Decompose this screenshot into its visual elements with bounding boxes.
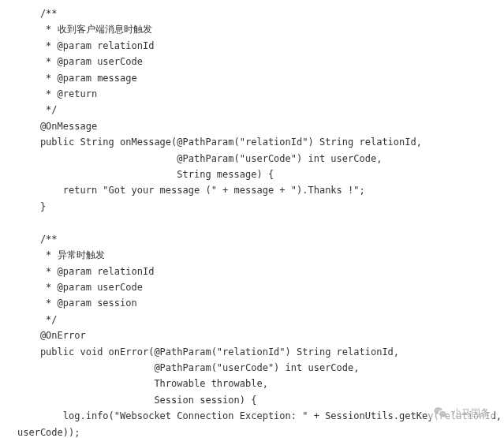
- code-content: /** * 收到客户端消息时触发 * @param relationId * @…: [17, 8, 504, 438]
- code-block: /** * 收到客户端消息时触发 * @param relationId * @…: [0, 0, 504, 438]
